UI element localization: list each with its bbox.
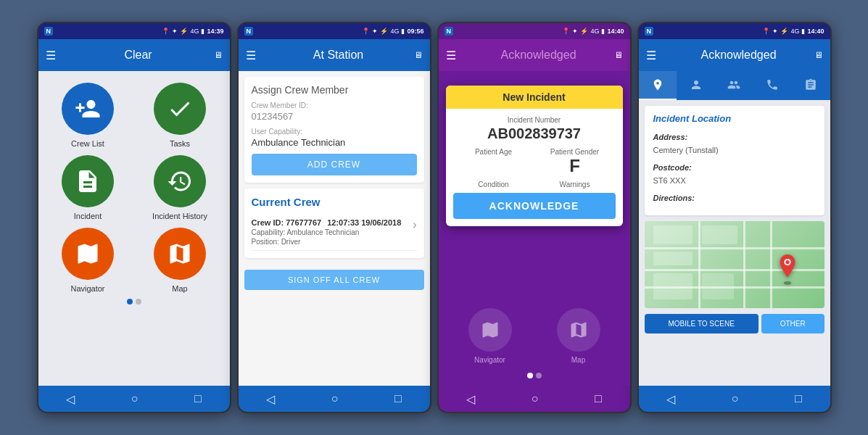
- recents-button-1[interactable]: □: [194, 392, 202, 405]
- location-icon-4: 📍: [762, 28, 770, 35]
- network-logo-3: N: [445, 27, 454, 36]
- map-container[interactable]: [645, 221, 824, 308]
- tab-patient[interactable]: [677, 71, 715, 100]
- network-logo-1: N: [44, 27, 54, 36]
- incident-history-item[interactable]: Incident History: [138, 155, 223, 220]
- incident-history-label: Incident History: [152, 212, 207, 220]
- other-button[interactable]: OTHER: [761, 314, 824, 334]
- phone-4: N 📍 ✦ ⚡ 4G ▮ 14:40 ☰ Acknowledged 🖥: [637, 22, 832, 413]
- capability-value: Ambulance Technician: [252, 137, 417, 148]
- back-button-4[interactable]: ◁: [666, 392, 675, 406]
- map-pin: [776, 254, 799, 290]
- back-button-2[interactable]: ◁: [266, 392, 275, 406]
- patient-age-col: Patient Age: [453, 148, 534, 176]
- road-h1: [645, 247, 824, 249]
- incident-number: AB002839737: [453, 125, 616, 142]
- road-v1: [698, 221, 700, 308]
- home-button-1[interactable]: ○: [131, 392, 139, 405]
- app-title-3: Acknowledged: [463, 49, 614, 62]
- tab-phone[interactable]: [753, 71, 792, 100]
- tasks-item[interactable]: Tasks: [138, 83, 223, 148]
- tab-location[interactable]: [639, 71, 677, 100]
- action-buttons: MOBILE TO SCENE OTHER: [645, 314, 824, 334]
- map-icon: [154, 228, 206, 280]
- acknowledge-button[interactable]: ACKNOWLEDGE: [453, 193, 616, 219]
- monitor-icon-4: 🖥: [814, 50, 823, 60]
- wifi-icon-1: ⚡: [180, 28, 188, 35]
- warnings-label: Warnings: [534, 181, 616, 188]
- tasks-icon: [154, 83, 206, 135]
- phone-3: N 📍 ✦ ⚡ 4G ▮ 14:40 ☰ Acknowledged 🖥: [437, 22, 632, 413]
- purple-navigator-icon: [468, 308, 512, 352]
- status-bar-4: N 📍 ✦ ⚡ 4G ▮ 14:40: [639, 23, 830, 39]
- bluetooth-icon-4: ✦: [772, 28, 778, 35]
- app-bar-4: ☰ Acknowledged 🖥: [639, 39, 830, 71]
- network-logo-4: N: [645, 27, 654, 36]
- map-block-3: [653, 252, 693, 265]
- patient-gender-label: Patient Gender: [534, 148, 616, 156]
- status-time-1: 14:39: [207, 28, 223, 35]
- bottom-nav-2: ◁ ○ □: [239, 386, 430, 412]
- add-crew-button[interactable]: ADD CREW: [252, 154, 417, 175]
- home-button-3[interactable]: ○: [532, 392, 539, 405]
- screen4-body: Incident Location Address: Cemtery (Tuns…: [639, 100, 830, 386]
- purple-map-label: Map: [571, 356, 585, 364]
- patient-gender-col: Patient Gender F: [534, 148, 616, 176]
- recents-button-2[interactable]: □: [394, 392, 402, 405]
- recents-button-4[interactable]: □: [795, 392, 802, 405]
- home-button-4[interactable]: ○: [732, 392, 739, 405]
- incident-details-row: Patient Age Patient Gender F: [453, 148, 616, 176]
- app-title-2: At Station: [263, 49, 414, 62]
- battery-icon-4: ▮: [801, 28, 805, 35]
- monitor-icon-3: 🖥: [614, 50, 623, 60]
- back-button-1[interactable]: ◁: [66, 392, 75, 406]
- svg-point-2: [785, 260, 789, 264]
- app-title-4: Acknowledged: [664, 49, 814, 62]
- map-item[interactable]: Map: [138, 228, 223, 293]
- screen3-body: New Incident Incident Number AB002839737…: [439, 71, 630, 386]
- sign-off-button[interactable]: SIGN OFF ALL CREW: [244, 270, 424, 290]
- recents-button-3[interactable]: □: [595, 392, 602, 405]
- page-dots-1: [127, 299, 141, 304]
- status-time-3: 14:40: [607, 28, 624, 35]
- status-time-2: 09:56: [407, 28, 423, 35]
- home-grid: Crew List Tasks: [46, 83, 223, 293]
- bottom-nav-1: ◁ ○ □: [38, 386, 230, 412]
- location-title: Incident Location: [653, 113, 816, 124]
- menu-icon-4[interactable]: ☰: [646, 49, 656, 62]
- mobile-to-scene-button[interactable]: MOBILE TO SCENE: [645, 314, 759, 334]
- purple-navigator-label: Navigator: [474, 356, 505, 364]
- map-background: [645, 221, 824, 308]
- incident-history-icon: [154, 155, 206, 207]
- tab-crew[interactable]: [715, 71, 753, 100]
- menu-icon-3[interactable]: ☰: [446, 49, 456, 62]
- menu-icon-1[interactable]: ☰: [46, 49, 56, 62]
- crew-list-label: Crew List: [71, 139, 104, 148]
- bluetooth-icon-1: ✦: [172, 28, 178, 35]
- screen1-body: Crew List Tasks: [38, 71, 230, 386]
- back-button-3[interactable]: ◁: [466, 392, 475, 406]
- map-block-1: [653, 225, 693, 244]
- tasks-label: Tasks: [170, 139, 190, 148]
- patient-age-label: Patient Age: [453, 148, 534, 156]
- incident-item[interactable]: Incident: [46, 155, 131, 220]
- dot-inactive-3: [536, 373, 542, 378]
- status-bar-3: N 📍 ✦ ⚡ 4G ▮ 14:40: [439, 23, 630, 39]
- tab-clipboard[interactable]: [792, 71, 830, 100]
- menu-icon-2[interactable]: ☰: [246, 49, 256, 62]
- status-bar-1: N 📍 ✦ ⚡ 4G ▮ 14:39: [38, 23, 230, 39]
- map-label: Map: [172, 284, 187, 293]
- crew-list-item[interactable]: Crew List: [46, 83, 131, 148]
- app-bar-2: ☰ At Station 🖥: [239, 39, 430, 71]
- app-bar-1: ☰ Clear 🖥: [38, 39, 230, 71]
- dot-inactive-1: [136, 299, 141, 304]
- crew-list-icon: [62, 83, 114, 135]
- signal-4g-3: 4G: [590, 28, 599, 35]
- home-button-2[interactable]: ○: [331, 392, 339, 405]
- monitor-icon-2: 🖥: [414, 50, 423, 60]
- postcode-label: Postcode:: [653, 163, 692, 172]
- app-bar-3: ☰ Acknowledged 🖥: [439, 39, 630, 71]
- map-block-4: [653, 273, 693, 299]
- road-v2: [743, 221, 745, 308]
- navigator-item[interactable]: Navigator: [46, 228, 131, 293]
